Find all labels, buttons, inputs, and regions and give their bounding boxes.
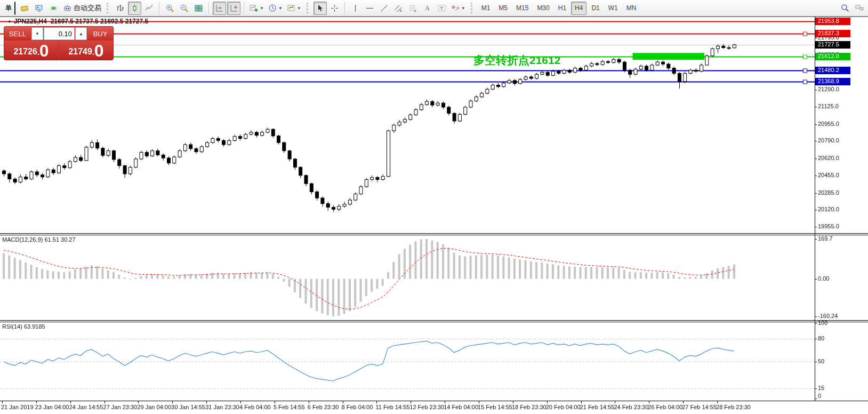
autotrading-icon bbox=[63, 4, 72, 13]
autotrading-button[interactable]: 自动交易 bbox=[61, 2, 103, 15]
price-level-badge: 21368.9 bbox=[815, 78, 850, 85]
rsi-indicator-label: RSI(14) 63.9185 bbox=[2, 323, 45, 330]
time-axis-label: 5 Feb 14:55 bbox=[274, 404, 305, 410]
chart-ohlc: 21697.5 21737.5 21692.5 21727.5 bbox=[51, 18, 149, 25]
price-level-badge: 21480.2 bbox=[815, 67, 850, 74]
time-axis-label: 24 Jan 14:55 bbox=[69, 404, 103, 410]
chevron-down-icon: ▼ bbox=[278, 6, 283, 11]
autotrading-label: 自动交易 bbox=[74, 3, 101, 13]
templates-button[interactable]: ▼ bbox=[285, 2, 303, 15]
price-level-badge: 21612.0 bbox=[815, 53, 850, 60]
periods-button[interactable]: ▼ bbox=[267, 2, 284, 15]
chevron-down-icon: ▼ bbox=[260, 6, 264, 11]
auto-scroll-icon[interactable] bbox=[213, 2, 226, 15]
time-axis-label: 28 Feb 23:30 bbox=[716, 404, 751, 410]
signal-icon[interactable] bbox=[47, 2, 60, 15]
chart-symbol: JPN225,H4 bbox=[14, 18, 47, 25]
time-axis-label: 24 Feb 23:30 bbox=[614, 404, 648, 410]
svg-text:T: T bbox=[440, 6, 443, 11]
fibonacci-icon[interactable]: F bbox=[406, 2, 420, 15]
svg-text:A: A bbox=[425, 4, 430, 12]
time-axis-label: 18 Feb 23:30 bbox=[512, 404, 546, 410]
buy-price-button[interactable]: 21749.0 bbox=[59, 41, 113, 60]
toolbar-drag-handle[interactable] bbox=[307, 3, 310, 13]
chevron-down-icon: ▼ bbox=[461, 6, 465, 11]
crosshair-icon[interactable] bbox=[328, 2, 341, 15]
price-tick-label: 21290.0 bbox=[818, 86, 839, 93]
yellow-book-icon[interactable] bbox=[18, 2, 31, 15]
text-label-tool-icon[interactable]: T bbox=[435, 2, 448, 15]
time-axis-label: 8 Feb 04:00 bbox=[342, 404, 373, 410]
zoom-in-icon[interactable] bbox=[163, 2, 176, 15]
trendline-icon[interactable] bbox=[377, 2, 391, 15]
volume-input[interactable] bbox=[44, 27, 75, 40]
price-level-badge: 21953.8 bbox=[815, 18, 850, 25]
template-icon bbox=[287, 4, 296, 13]
candlestick-chart-icon[interactable] bbox=[128, 2, 141, 15]
chart-shift-icon[interactable] bbox=[227, 2, 240, 15]
price-tick-label: 19955.0 bbox=[818, 223, 839, 230]
buy-button[interactable]: BUY bbox=[87, 27, 113, 41]
rsi-tick-label: 0 bbox=[818, 393, 821, 400]
time-axis-label: 29 Jan 04:00 bbox=[137, 404, 171, 410]
time-axis-label: 21 Jan 2019 bbox=[1, 404, 34, 410]
time-axis-label: 11 Feb 14:55 bbox=[375, 404, 409, 410]
macd-indicator-label: MACD(12,26,9) 61.51 30.27 bbox=[2, 236, 76, 243]
toolbar-drag-handle[interactable] bbox=[107, 3, 110, 13]
time-axis-label: 23 Jan 04:00 bbox=[35, 404, 69, 410]
tf-button-H1[interactable]: H1 bbox=[554, 2, 570, 15]
text-tool-icon[interactable]: A bbox=[421, 2, 434, 15]
new-order-button[interactable]: 单 bbox=[2, 2, 15, 15]
tf-button-W1[interactable]: W1 bbox=[605, 2, 622, 15]
cursor-icon[interactable] bbox=[314, 2, 327, 15]
rsi-tick-label: 50 bbox=[818, 358, 824, 365]
volume-increase-button[interactable]: ▴ bbox=[75, 27, 87, 40]
price-tick-label: 21125.0 bbox=[818, 103, 839, 110]
sell-price-button[interactable]: 21726.0 bbox=[4, 41, 58, 60]
chart-title: ▲JPN225,H4 21697.5 21737.5 21692.5 21727… bbox=[7, 18, 148, 25]
terminal-icon[interactable] bbox=[33, 2, 46, 15]
zoom-out-icon[interactable] bbox=[178, 2, 191, 15]
tf-button-H4[interactable]: H4 bbox=[571, 2, 586, 15]
collapse-panel-icon[interactable]: ▲ bbox=[7, 19, 12, 23]
price-level-badge: 21727.5 bbox=[815, 41, 850, 49]
tf-button-M1[interactable]: M1 bbox=[478, 2, 494, 15]
price-tick-label: 20955.0 bbox=[818, 121, 839, 128]
time-axis-label: 12 Feb 23:30 bbox=[409, 404, 444, 410]
time-axis-label: 31 Jan 23:30 bbox=[205, 404, 239, 410]
price-tick-label: 20620.0 bbox=[818, 155, 839, 162]
rsi-tick-label: 100 bbox=[818, 320, 827, 327]
toolbar-drag-handle[interactable] bbox=[471, 3, 474, 13]
sell-button[interactable]: SELL bbox=[4, 27, 31, 41]
tf-button-M15[interactable]: M15 bbox=[512, 2, 532, 15]
tf-button-M5[interactable]: M5 bbox=[495, 2, 511, 15]
pivot-annotation: 多空转折点21612 bbox=[473, 53, 560, 68]
shapes-button[interactable]: ▼ bbox=[449, 2, 467, 15]
chat-icon[interactable] bbox=[853, 2, 866, 15]
tile-windows-icon[interactable] bbox=[192, 2, 205, 15]
chevron-down-icon: ▼ bbox=[297, 6, 301, 11]
tf-button-MN[interactable]: MN bbox=[623, 2, 640, 15]
rsi-tick-label: 15 bbox=[818, 385, 824, 392]
equidistant-channel-icon[interactable]: E bbox=[392, 2, 405, 15]
time-axis-label: 20 Feb 04:00 bbox=[546, 404, 581, 410]
horizontal-line-icon[interactable] bbox=[363, 2, 376, 15]
indicators-button[interactable]: ▼ bbox=[248, 2, 266, 15]
clock-icon bbox=[268, 4, 277, 13]
tf-button-M30[interactable]: M30 bbox=[533, 2, 553, 15]
volume-decrease-button[interactable]: ▾ bbox=[31, 27, 43, 40]
bar-chart-icon[interactable] bbox=[114, 2, 127, 15]
chart-canvas[interactable] bbox=[0, 0, 868, 414]
line-chart-icon[interactable] bbox=[142, 2, 156, 15]
tf-button-D1[interactable]: D1 bbox=[588, 2, 603, 15]
shapes-icon bbox=[451, 4, 460, 13]
time-axis-label: 30 Jan 14:55 bbox=[171, 404, 205, 410]
search-icon[interactable] bbox=[838, 2, 851, 15]
time-axis-label: 14 Feb 04:00 bbox=[444, 404, 478, 410]
vertical-line-icon[interactable] bbox=[349, 2, 362, 15]
rsi-tick-label: 80 bbox=[818, 335, 824, 343]
macd-tick-label: 0.00 bbox=[818, 275, 829, 283]
macd-tick-label: 169.7 bbox=[818, 235, 833, 243]
time-axis-label: 27 Feb 14:55 bbox=[682, 404, 717, 410]
time-axis-label: 26 Feb 04:00 bbox=[648, 404, 682, 410]
